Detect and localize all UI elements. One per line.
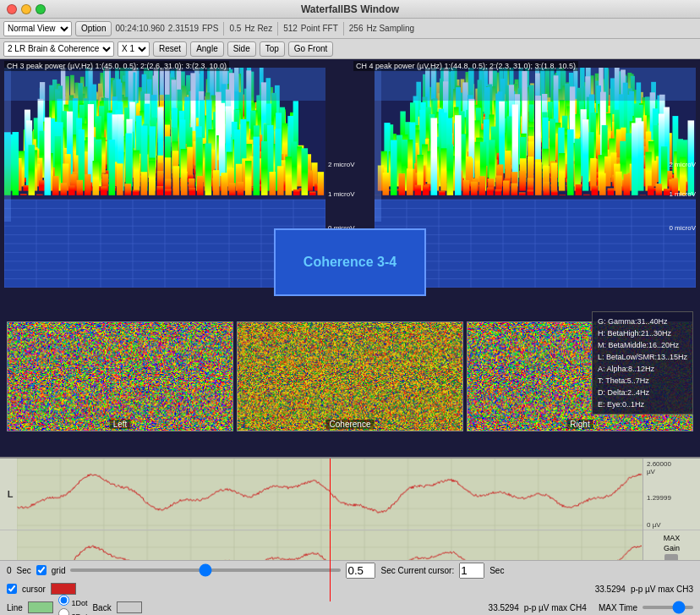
dot2-option[interactable]: 2Dot [58,608,88,616]
legend-D: D: Delta:2..4Hz [598,387,687,398]
grid-label: grid [52,566,66,575]
option-button[interactable]: Option [75,21,112,36]
sec-current-label: Sec Current cursor: [380,566,454,575]
back-color-box[interactable] [117,601,142,613]
cursor-checkbox[interactable] [7,584,17,594]
time-display: 00:24:10.960 [115,24,164,33]
left-map-label: Left [110,420,131,429]
ppuv-ch4-label: p-p µV max CH4 [524,603,587,612]
dot1-radio[interactable] [58,595,69,606]
montage-select[interactable]: 2 LR Brain & Coherence Single Dual [3,41,114,57]
toolbar2: 2 LR Brain & Coherence Single Dual X 1 X… [0,39,700,59]
time-scroll-slider[interactable] [70,568,341,572]
right-map-label: Right [566,420,593,429]
eeg-signal-L [17,459,643,530]
ch4-label: CH 4 peak power (µV,Hz) 1:(44.8, 0.5); 2… [353,61,578,71]
left-map-canvas [8,322,232,431]
window-title: WaterfallBS Window [301,3,399,15]
window-buttons [7,4,46,14]
sampling-value: 256 [349,24,364,33]
bottom-row-2: cursor 33.5294 p-p µV max CH3 [0,579,700,598]
dot2-radio[interactable] [58,608,69,616]
eeg-area: L 2.60000µV 1.29999 0 µV R MAX Gain MIN [0,457,700,615]
line-label: Line [7,603,23,612]
legend-A: A: Alpha:8..12Hz [598,363,687,375]
bottom-controls: 0 Sec grid Sec Current cursor: Sec curso… [0,560,700,615]
left-map: Left [7,321,233,431]
max-time-label: MAX Time [599,603,637,612]
coherence-map-label: Coherence [326,420,375,429]
scale-1microv-right: 1 microV [669,190,696,198]
cursor-color-box[interactable] [51,583,76,595]
angle-button[interactable]: Angle [190,41,224,57]
top-button[interactable]: Top [260,41,285,57]
fps-label: FPS [202,24,218,33]
toolbar1: Normal View Overlay View Split View Opti… [0,19,700,39]
sec-start-unit: Sec [17,566,31,575]
dot1-option[interactable]: 1Dot [58,595,88,607]
max-time-slider[interactable] [643,606,693,609]
eeg-row-L: L 2.60000µV 1.29999 0 µV [0,459,700,530]
coherence-box: Coherence 3-4 [274,228,426,296]
legend-M: M: BetaMiddle:16..20Hz [598,339,687,351]
scale-0microv-right: 0 microV [669,224,696,232]
coherence-label: Coherence 3-4 [304,255,396,270]
sec-end-label: Sec [489,566,504,575]
reset-button[interactable]: Reset [153,41,187,57]
view-select[interactable]: Normal View Overlay View Split View [3,21,72,36]
scale-mid-L: 1.29999 [647,494,697,502]
back-label: Back [92,603,111,612]
sec-current-value[interactable] [346,563,375,579]
ch-L-label: L [0,489,17,499]
sec-end-value[interactable] [459,563,484,579]
scale-1microv-left: 1 microV [328,190,355,198]
legend-H: H: BetaHigh:21..30Hz [598,327,687,339]
coherence-map-canvas [238,322,462,431]
sec-start-value: 0 [7,566,12,575]
scale-top-L: 2.60000µV [647,460,697,475]
bottom-row-3: Line 1Dot 2Dot Back 33.5294 p-p µV max C… [0,598,700,615]
sampling-label: Hz Sampling [366,24,414,33]
legend-L: L: BetaLow/SMR:13..15Hz [598,351,687,363]
dot-options: 1Dot 2Dot [58,595,88,616]
legend-E: E: Eye:0..1Hz [598,398,687,410]
gain-label: Gain [664,544,680,552]
grid-checkbox[interactable] [36,565,46,575]
close-button[interactable] [7,4,17,14]
ppuv-ch3-label: p-p µV max CH3 [631,585,693,594]
title-bar: WaterfallBS Window [0,0,700,19]
max-label: MAX [664,534,681,542]
cursor-label: cursor [22,585,46,594]
scale-panel-L: 2.60000µV 1.29999 0 µV [643,459,700,530]
hz-rez-label: Hz Rez [244,24,272,33]
minimize-button[interactable] [21,4,31,14]
coherence-map: Coherence [237,321,463,431]
hz-rez-value: 0.5 [229,24,241,33]
scale-2microv-left: 2 microV [328,161,355,168]
legend-G: G: Gamma:31..40Hz [598,316,687,327]
viz-area: CH 3 peak power (µV,Hz) 1:(45.0, 0.5); 2… [0,59,700,457]
legend-overlay: G: Gamma:31..40Hz H: BetaHigh:21..30Hz M… [592,311,693,415]
scale-bot-L: 0 µV [647,521,697,529]
cursor-line-L [330,459,331,530]
legend-T: T: Theta:5..7Hz [598,375,687,387]
fft-value: 512 [283,24,298,33]
maximize-button[interactable] [36,4,46,14]
go-front-button[interactable]: Go Front [288,41,333,57]
cursor-line-R [330,530,331,601]
ch3-label: CH 3 peak power (µV,Hz) 1:(45.0, 0.5); 2… [4,61,229,71]
side-button[interactable]: Side [227,41,256,57]
ppuv-ch3-value: 33.5294 [595,585,626,594]
scale-2microv-right: 2 microV [669,161,696,168]
fps-value: 2.31519 [168,24,199,33]
fft-label: Point FFT [301,24,338,33]
line-color-box[interactable] [28,601,53,613]
scale-select[interactable]: X 1 X 2 X 4 [118,41,150,57]
ppuv-ch4-value: 33.5294 [489,603,519,612]
bottom-row-1: 0 Sec grid Sec Current cursor: Sec [0,561,700,579]
